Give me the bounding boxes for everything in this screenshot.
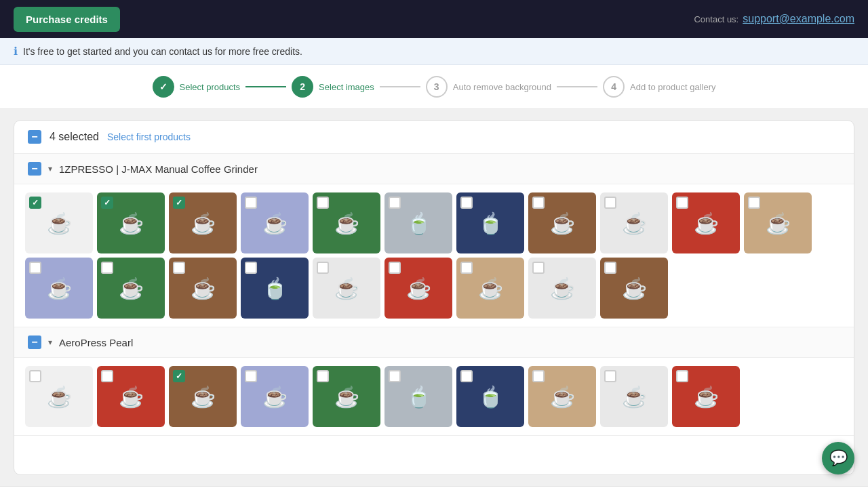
list-item[interactable]: 🍵 xyxy=(241,258,309,319)
info-message: It's free to get started and you can con… xyxy=(23,46,302,57)
product-group-2-minus-button[interactable]: − xyxy=(28,336,41,349)
list-item[interactable]: ☕ xyxy=(672,366,740,427)
image-checkbox[interactable] xyxy=(604,197,616,209)
image-checkbox[interactable] xyxy=(604,262,616,274)
image-checkbox[interactable] xyxy=(29,197,41,209)
image-checkbox[interactable] xyxy=(460,262,473,274)
list-item[interactable]: ☕ xyxy=(97,366,165,427)
image-checkbox[interactable] xyxy=(101,197,113,209)
step-4-label: Add to product gallery xyxy=(630,82,715,92)
image-checkbox[interactable] xyxy=(317,197,329,209)
connector-1-2 xyxy=(245,86,286,87)
list-item[interactable]: ☕ xyxy=(97,258,165,319)
product-group-2-chevron-icon: ▾ xyxy=(48,338,52,347)
header: Purchase credits Contact us: support@exa… xyxy=(0,0,868,38)
list-item[interactable]: ☕ xyxy=(313,258,380,319)
contact-label: Contact us: xyxy=(694,14,738,24)
image-checkbox[interactable] xyxy=(245,370,257,382)
list-item[interactable]: 🍵 xyxy=(456,192,524,253)
list-item[interactable]: ☕ xyxy=(672,192,740,253)
list-item[interactable]: ☕ xyxy=(241,192,309,253)
list-item[interactable]: ☕ xyxy=(241,366,309,427)
list-item[interactable]: ☕ xyxy=(25,192,93,253)
purchase-credits-button[interactable]: Purchase credits xyxy=(14,7,120,32)
list-item[interactable]: ☕ xyxy=(169,366,237,427)
image-checkbox[interactable] xyxy=(389,370,401,382)
image-checkbox[interactable] xyxy=(101,262,113,274)
step-1-label: Select products xyxy=(180,82,241,92)
product-group-1-minus-button[interactable]: − xyxy=(28,162,41,176)
product-group-1: − ▾ 1ZPRESSO | J-MAX Manual Coffee Grind… xyxy=(14,154,854,327)
list-item[interactable]: ☕ xyxy=(169,258,237,319)
image-checkbox[interactable] xyxy=(245,262,257,274)
list-item[interactable]: 🍵 xyxy=(456,366,524,427)
step-4: 4 Add to product gallery xyxy=(603,76,715,98)
info-icon: ℹ xyxy=(14,45,18,58)
image-checkbox[interactable] xyxy=(532,370,545,382)
list-item[interactable]: ☕ xyxy=(528,192,596,253)
image-checkbox[interactable] xyxy=(173,262,185,274)
list-item[interactable]: ☕ xyxy=(169,192,237,253)
chat-icon: 💬 xyxy=(829,449,848,467)
image-checkbox[interactable] xyxy=(245,197,257,209)
list-item[interactable]: ☕ xyxy=(313,366,380,427)
product-group-2-images: ☕ ☕ ☕ ☕ ☕ xyxy=(14,358,854,435)
image-checkbox[interactable] xyxy=(748,197,760,209)
list-item[interactable]: ☕ xyxy=(528,366,596,427)
product-group-1-images: ☕ ☕ ☕ ☕ ☕ xyxy=(14,184,854,327)
image-checkbox[interactable] xyxy=(317,370,329,382)
list-item[interactable]: ☕ xyxy=(97,192,165,253)
list-item[interactable]: ☕ xyxy=(744,192,812,253)
connector-3-4 xyxy=(557,86,597,87)
image-checkbox[interactable] xyxy=(29,370,41,382)
selection-header: − 4 selected Select first products xyxy=(14,121,854,154)
list-item[interactable]: 🍵 xyxy=(384,192,452,253)
steps-bar: ✓ Select products 2 Select images 3 Auto… xyxy=(0,65,868,109)
image-checkbox[interactable] xyxy=(532,197,545,209)
contact-email-link[interactable]: support@example.com xyxy=(743,13,854,25)
step-1-circle: ✓ xyxy=(153,76,174,98)
image-checkbox[interactable] xyxy=(173,197,185,209)
list-item[interactable]: ☕ xyxy=(25,366,93,427)
step-3: 3 Auto remove background xyxy=(426,76,551,98)
chat-button[interactable]: 💬 xyxy=(822,442,854,474)
select-first-products-link[interactable]: Select first products xyxy=(107,131,191,142)
info-bar: ℹ It's free to get started and you can c… xyxy=(0,38,868,65)
content-box: − 4 selected Select first products − ▾ 1… xyxy=(14,120,854,475)
product-group-2-header[interactable]: − ▾ AeroPress Pearl xyxy=(14,327,854,358)
list-item[interactable]: ☕ xyxy=(25,258,93,319)
image-checkbox[interactable] xyxy=(173,370,185,382)
list-item[interactable]: ☕ xyxy=(456,258,524,319)
list-item[interactable]: 🍵 xyxy=(384,366,452,427)
image-checkbox[interactable] xyxy=(676,370,688,382)
step-2-label: Select images xyxy=(319,82,374,92)
product-group-2: − ▾ AeroPress Pearl ☕ ☕ ☕ xyxy=(14,327,854,436)
main-content: − 4 selected Select first products − ▾ 1… xyxy=(0,109,868,486)
image-checkbox[interactable] xyxy=(676,197,688,209)
image-checkbox[interactable] xyxy=(460,370,473,382)
list-item[interactable]: ☕ xyxy=(600,366,668,427)
list-item[interactable]: ☕ xyxy=(528,258,596,319)
step-2: 2 Select images xyxy=(292,76,374,98)
image-checkbox[interactable] xyxy=(604,370,616,382)
step-2-circle: 2 xyxy=(292,76,313,98)
step-1: ✓ Select products xyxy=(153,76,241,98)
image-checkbox[interactable] xyxy=(389,262,401,274)
list-item[interactable]: ☕ xyxy=(600,192,668,253)
image-checkbox[interactable] xyxy=(532,262,545,274)
image-checkbox[interactable] xyxy=(317,262,329,274)
list-item[interactable]: ☕ xyxy=(384,258,452,319)
image-checkbox[interactable] xyxy=(29,262,41,274)
product-group-1-header[interactable]: − ▾ 1ZPRESSO | J-MAX Manual Coffee Grind… xyxy=(14,154,854,184)
connector-2-3 xyxy=(380,86,420,87)
step-4-circle: 4 xyxy=(603,76,625,98)
product-group-1-chevron-icon: ▾ xyxy=(48,164,52,174)
products-scroll-area[interactable]: − ▾ 1ZPRESSO | J-MAX Manual Coffee Grind… xyxy=(14,154,854,474)
list-item[interactable]: ☕ xyxy=(600,258,668,319)
image-checkbox[interactable] xyxy=(101,370,113,382)
image-checkbox[interactable] xyxy=(460,197,473,209)
list-item[interactable]: ☕ xyxy=(313,192,380,253)
selected-count: 4 selected xyxy=(50,131,99,143)
image-checkbox[interactable] xyxy=(389,197,401,209)
deselect-all-button[interactable]: − xyxy=(28,130,41,144)
